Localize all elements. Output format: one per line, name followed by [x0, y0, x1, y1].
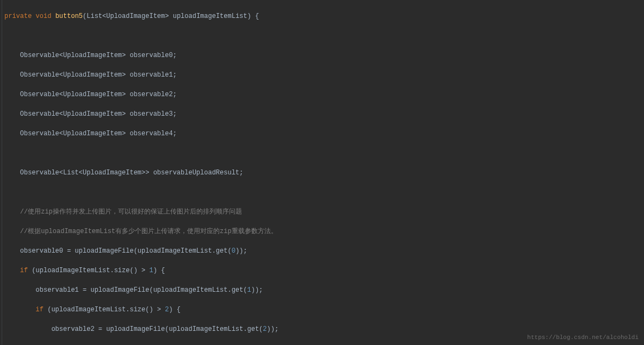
code-line: Observable<UploadImageItem> observable3;	[3, 109, 644, 119]
code-line	[3, 31, 644, 41]
code-line: Observable<UploadImageItem> observable1;	[3, 70, 644, 80]
code-line: Observable<List<UploadImageItem>> observ…	[3, 168, 644, 178]
code-editor[interactable]: private void button5(List<UploadImageIte…	[0, 0, 644, 345]
code-line: if (uploadImageItemList.size() > 1) {	[3, 266, 644, 275]
code-line: Observable<UploadImageItem> observable2;	[3, 90, 644, 99]
code-content[interactable]: private void button5(List<UploadImageIte…	[2, 0, 644, 345]
code-line: Observable<UploadImageItem> observable0;	[3, 51, 644, 60]
code-line: //使用zip操作符并发上传图片，可以很好的保证上传图片后的排列顺序问题	[3, 207, 644, 217]
code-line	[3, 187, 644, 197]
code-line	[3, 148, 644, 158]
code-line: observable0 = uploadImageFile(uploadImag…	[3, 246, 644, 256]
code-line: if (uploadImageItemList.size() > 2) {	[3, 305, 644, 315]
code-line: Observable<UploadImageItem> observable4;	[3, 129, 644, 139]
code-line: private void button5(List<UploadImageIte…	[3, 11, 644, 21]
code-line: observable1 = uploadImageFile(uploadImag…	[3, 285, 644, 295]
code-line: //根据uploadImageItemList有多少个图片上传请求，使用对应的z…	[3, 227, 644, 236]
watermark-text: https://blog.csdn.net/alcoholdi	[527, 333, 639, 342]
